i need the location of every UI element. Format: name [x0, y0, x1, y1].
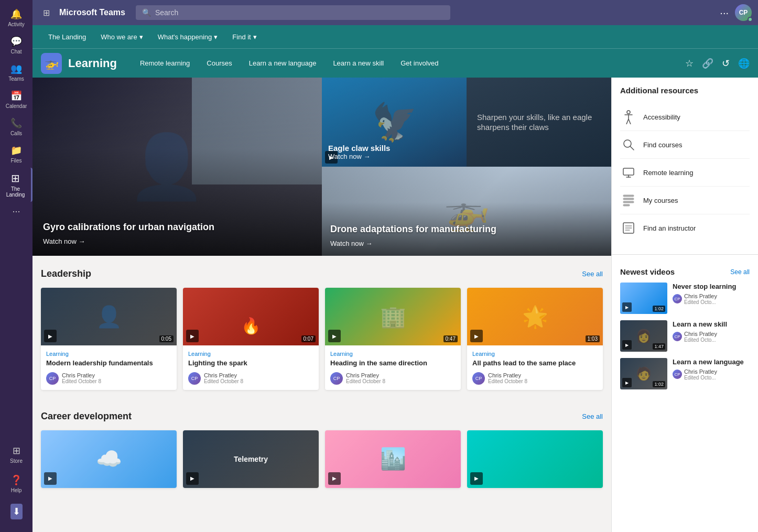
nv-item-3[interactable]: 🧑 ▶ 1:02 Learn a new language CP Chris P…: [620, 358, 750, 389]
play-button-lv3[interactable]: ▶: [328, 330, 341, 342]
remote-learning-label: Remote learning: [643, 169, 693, 177]
video-card-cd1[interactable]: ☁️ ▶: [41, 430, 177, 488]
thumbnail-lv1: 👤 ▶ 0:05: [41, 288, 177, 345]
ar-item-accessibility[interactable]: Accessibility: [620, 103, 750, 131]
nv-info-2: Learn a new skill CP Chris Pratley Edite…: [673, 320, 750, 352]
video-card-lv1[interactable]: 👤 ▶ 0:05 Learning Modern leadership fund…: [41, 288, 177, 390]
play-button-lv4[interactable]: ▶: [470, 330, 483, 342]
learning-nav-language[interactable]: Learn a new language: [242, 49, 324, 78]
thumbnail-cd3: 🏙️ ▶: [325, 430, 461, 488]
learning-nav-involved[interactable]: Get involved: [393, 49, 446, 78]
leadership-title: Leadership: [41, 268, 91, 279]
duration-lv2: 0:07: [301, 335, 316, 342]
sidebar-item-help[interactable]: ❓ Help: [8, 470, 25, 497]
nv-item-1[interactable]: ▶ 1:02 Never stop learning CP Chris Prat…: [620, 283, 750, 314]
left-content: 👤 Gyro calibrations for urban navigation…: [33, 78, 611, 532]
video-category-lv2: Learning: [188, 351, 313, 357]
video-card-lv3[interactable]: 🏢 ▶ 0:47 Learning Heading in the same di…: [325, 288, 461, 390]
link-icon[interactable]: 🔗: [702, 58, 713, 69]
play-button-cd1[interactable]: ▶: [44, 472, 57, 485]
video-category-lv4: Learning: [472, 351, 598, 357]
career-section: Career development See all ☁️ ▶: [33, 398, 611, 496]
video-author-lv4: CP Chris Pratley Edited October 8: [472, 372, 598, 385]
hero-title-gyro: Gyro calibrations for urban navigation: [43, 222, 311, 233]
sidebar-item-download[interactable]: ⬇: [8, 500, 25, 524]
eagle-tagline: Sharpen your skills, like an eagle sharp…: [477, 112, 601, 133]
nv-play-3[interactable]: ▶: [622, 378, 632, 387]
more-options-button[interactable]: ···: [720, 7, 729, 19]
teams-icon: 👥: [10, 63, 22, 74]
author-name-lv4: Chris Pratley: [488, 372, 527, 378]
learning-title: Learning: [68, 57, 117, 70]
nv-thumb-3: 🧑 ▶ 1:02: [620, 358, 667, 389]
sidebar-item-landing[interactable]: ⊞ The Landing: [0, 168, 33, 202]
play-button-cd2[interactable]: ▶: [186, 472, 199, 485]
video-card-lv2[interactable]: 🔥 ▶ 0:07 Learning Lighting the spark CP: [183, 288, 319, 390]
nav-item-landing[interactable]: The Landing: [41, 25, 93, 48]
chevron-down-icon: ▾: [139, 33, 143, 41]
ar-item-find-instructor[interactable]: Find an instructor: [620, 214, 750, 242]
author-avatar-lv3: CP: [330, 372, 343, 385]
author-name-lv3: Chris Pratley: [346, 372, 385, 378]
video-info-lv1: Learning Modern leadership fundamentals …: [41, 345, 177, 390]
video-card-lv4[interactable]: 🌟 ▶ 1:03 Learning All paths lead to the …: [467, 288, 603, 390]
refresh-icon[interactable]: ↺: [722, 58, 730, 69]
play-button-lv2[interactable]: ▶: [186, 330, 199, 342]
grid-icon: ⊞: [43, 8, 50, 18]
ar-item-my-courses[interactable]: My courses: [620, 187, 750, 214]
thumbnail-cd1: ☁️ ▶: [41, 430, 177, 488]
video-info-lv3: Learning Heading in the same direction C…: [325, 345, 461, 390]
learning-nav-remote[interactable]: Remote learning: [133, 49, 197, 78]
newest-videos-see-all[interactable]: See all: [730, 268, 750, 276]
play-button-lv1[interactable]: ▶: [44, 330, 57, 342]
learning-nav-skill[interactable]: Learn a new skill: [326, 49, 391, 78]
ar-item-remote-learning[interactable]: Remote learning: [620, 159, 750, 187]
author-avatar-lv4: CP: [472, 372, 485, 385]
nv-play-2[interactable]: ▶: [622, 340, 632, 350]
search-input[interactable]: [155, 8, 444, 17]
leadership-video-grid: 👤 ▶ 0:05 Learning Modern leadership fund…: [41, 288, 603, 390]
sidebar-item-activity[interactable]: 🔔 Activity: [0, 4, 33, 31]
sidebar-item-store[interactable]: ⊞ Store: [8, 441, 25, 468]
apps-grid-button[interactable]: ⊞: [39, 6, 54, 20]
hero-watch-drone[interactable]: Watch now →: [330, 240, 603, 247]
video-title-lv4: All paths lead to the same place: [472, 359, 598, 368]
leadership-section: Leadership See all 👤 ▶ 0:05: [33, 256, 611, 398]
nv-play-1[interactable]: ▶: [622, 302, 632, 312]
play-button-cd4[interactable]: ▶: [470, 472, 483, 485]
sidebar-item-chat[interactable]: 💬 Chat: [0, 31, 33, 59]
author-date-lv4: Edited October 8: [488, 378, 527, 384]
career-see-all[interactable]: See all: [582, 412, 603, 420]
newest-videos-title: Newest videos: [620, 267, 675, 276]
video-card-cd2[interactable]: Telemetry ▶: [183, 430, 319, 488]
hero-card-eagle[interactable]: 🦅 ▶ Eagle claw skills Watch now → Sharpe…: [322, 78, 611, 167]
thumbnail-lv2: 🔥 ▶ 0:07: [183, 288, 319, 345]
play-button-cd3[interactable]: ▶: [328, 472, 341, 485]
svg-rect-6: [623, 195, 634, 197]
more-apps-button[interactable]: ···: [8, 202, 24, 221]
learning-nav-courses[interactable]: Courses: [199, 49, 239, 78]
hero-watch-eagle[interactable]: Watch now →: [328, 153, 460, 160]
sidebar-item-files[interactable]: 📁 Files: [0, 140, 33, 168]
globe-icon[interactable]: 🌐: [738, 58, 750, 69]
star-icon[interactable]: ☆: [685, 58, 694, 69]
hero-title-drone: Drone adaptations for manufacturing: [330, 224, 603, 235]
sidebar-item-calendar[interactable]: 📅 Calendar: [0, 86, 33, 113]
nv-item-2[interactable]: 👩 ▶ 1:47 Learn a new skill CP Chris Prat…: [620, 320, 750, 352]
sidebar-item-calls[interactable]: 📞 Calls: [0, 113, 33, 140]
video-card-cd3[interactable]: 🏙️ ▶: [325, 430, 461, 488]
hero-grid: 👤 Gyro calibrations for urban navigation…: [33, 78, 611, 256]
ar-item-find-courses[interactable]: Find courses: [620, 131, 750, 159]
user-avatar[interactable]: CP: [735, 4, 752, 21]
sidebar-item-teams[interactable]: 👥 Teams: [0, 59, 33, 86]
nav-item-happening[interactable]: What's happening ▾: [150, 25, 225, 48]
nav-item-find[interactable]: Find it ▾: [225, 25, 264, 48]
career-title: Career development: [41, 411, 132, 422]
hero-watch-gyro[interactable]: Watch now →: [43, 237, 311, 245]
video-card-cd4[interactable]: ▶: [467, 430, 603, 488]
eagle-text-side: Sharpen your skills, like an eagle sharp…: [467, 78, 611, 167]
nav-item-who[interactable]: Who we are ▾: [93, 25, 150, 48]
hero-card-drone[interactable]: 🚁 Drone adaptations for manufacturing Wa…: [322, 167, 611, 256]
leadership-see-all[interactable]: See all: [582, 270, 603, 278]
hero-card-gyro[interactable]: 👤 Gyro calibrations for urban navigation…: [33, 78, 322, 256]
